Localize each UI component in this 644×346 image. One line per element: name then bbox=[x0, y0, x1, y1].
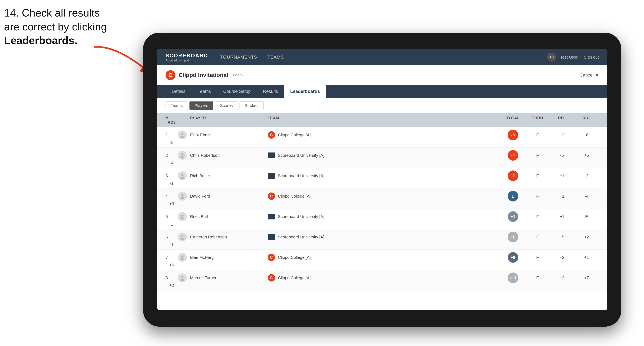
leaderboard-table: 1 Elliot Ebert C Clippd College [A] -8 F… bbox=[157, 127, 607, 310]
player-rd1: +1 bbox=[550, 194, 574, 199]
player-avatar-cell bbox=[178, 212, 190, 221]
col-rd2: RD2 bbox=[574, 116, 599, 120]
svg-point-9 bbox=[181, 214, 184, 217]
player-rd3: -1 bbox=[166, 242, 178, 247]
tournament-icon: C bbox=[166, 70, 175, 80]
player-total: +6 bbox=[501, 232, 525, 242]
team-icon bbox=[268, 173, 275, 178]
team-icon: C bbox=[268, 192, 275, 200]
player-avatar bbox=[178, 192, 187, 201]
player-rd2: -4 bbox=[574, 194, 599, 199]
player-name: Elliot Ebert bbox=[190, 133, 268, 137]
nav-tournaments[interactable]: TOURNAMENTS bbox=[220, 53, 257, 61]
col-rd1: RD1 bbox=[550, 116, 574, 120]
player-thru: F bbox=[525, 173, 550, 178]
team-icon: C bbox=[268, 274, 275, 282]
col-thru: THRU bbox=[525, 116, 550, 120]
svg-point-5 bbox=[181, 174, 184, 176]
player-thru: F bbox=[525, 153, 550, 158]
score-badge: E bbox=[508, 191, 518, 201]
team-icon bbox=[268, 153, 275, 158]
filter-strokes[interactable]: Strokes bbox=[240, 101, 264, 110]
player-name: Blair McHarg bbox=[190, 255, 268, 260]
instruction-text: 14. Check all results are correct by cli… bbox=[4, 6, 107, 48]
svg-point-8 bbox=[180, 197, 184, 199]
player-rd1: +1 bbox=[550, 173, 574, 178]
tab-details[interactable]: Details bbox=[166, 85, 192, 98]
player-avatar bbox=[178, 212, 187, 221]
tab-teams[interactable]: Teams bbox=[192, 85, 217, 98]
player-name: Rees Britt bbox=[190, 214, 268, 219]
filter-scores[interactable]: Scores bbox=[215, 101, 238, 110]
player-rd2: +1 bbox=[574, 255, 599, 260]
cancel-button[interactable]: Cancel ✕ bbox=[580, 72, 599, 78]
nav-teams[interactable]: TEAMS bbox=[267, 53, 284, 61]
player-rd2: +2 bbox=[574, 235, 599, 239]
filter-players[interactable]: Players bbox=[190, 101, 213, 110]
svg-point-3 bbox=[181, 153, 184, 156]
player-total: -4 bbox=[501, 150, 525, 161]
svg-point-11 bbox=[181, 235, 184, 237]
player-rank: 5 bbox=[166, 214, 178, 219]
logo-text: SCOREBOARD bbox=[166, 52, 208, 59]
table-header: # PLAYER TEAM TOTAL THRU RD1 RD2 RD3 bbox=[157, 113, 607, 127]
score-badge: +9 bbox=[508, 252, 518, 263]
tablet-screen: SCOREBOARD Powered by clippd TOURNAMENTS… bbox=[157, 49, 607, 310]
table-row: 5 Rees Britt Scoreboard University [A] +… bbox=[157, 209, 607, 229]
player-avatar-cell bbox=[178, 232, 190, 241]
score-badge: +6 bbox=[508, 232, 518, 242]
sign-out-link[interactable]: Sign out bbox=[584, 55, 599, 60]
filter-bar: Teams Players Scores Strokes bbox=[157, 98, 607, 113]
player-rd1: +2 bbox=[550, 255, 574, 260]
player-rd2: -6 bbox=[574, 133, 599, 137]
player-thru: F bbox=[525, 194, 550, 199]
player-team: Scoreboard University [A] bbox=[268, 234, 360, 240]
col-rank: # bbox=[166, 116, 178, 120]
team-icon bbox=[268, 214, 275, 219]
player-rank: 1 bbox=[166, 133, 178, 137]
svg-point-7 bbox=[181, 194, 184, 196]
table-row: 8 Marcus Turners C Clippd College [A] +1… bbox=[157, 270, 607, 291]
svg-point-15 bbox=[181, 276, 184, 278]
player-avatar-cell bbox=[178, 192, 190, 201]
svg-point-6 bbox=[180, 176, 184, 178]
player-avatar-cell bbox=[178, 273, 190, 282]
svg-point-16 bbox=[180, 279, 184, 281]
player-team: C Clippd College [A] bbox=[268, 274, 360, 282]
player-name: David Ford bbox=[190, 194, 268, 199]
user-name: Test User | bbox=[560, 55, 580, 60]
tournament-badge: (Men) bbox=[233, 73, 243, 77]
logo-sub: Powered by clippd bbox=[166, 59, 208, 62]
player-rank: 3 bbox=[166, 173, 178, 178]
svg-point-10 bbox=[180, 217, 184, 219]
player-rd3: E bbox=[166, 222, 178, 227]
player-name: Marcus Turners bbox=[190, 276, 268, 280]
player-avatar-cell bbox=[178, 131, 190, 139]
svg-point-14 bbox=[180, 258, 184, 260]
player-thru: F bbox=[525, 235, 550, 239]
player-rd3: +6 bbox=[166, 263, 178, 267]
player-avatar bbox=[178, 151, 187, 160]
tab-results[interactable]: Results bbox=[257, 85, 284, 98]
table-row: 7 Blair McHarg C Clippd College [A] +9 F… bbox=[157, 250, 607, 270]
player-avatar bbox=[178, 131, 187, 139]
player-total: E bbox=[501, 191, 525, 201]
filter-teams[interactable]: Teams bbox=[166, 101, 188, 110]
player-total: -2 bbox=[501, 171, 525, 181]
svg-point-4 bbox=[180, 156, 184, 158]
svg-point-12 bbox=[180, 238, 184, 240]
score-badge: -4 bbox=[508, 150, 518, 161]
player-rank: 2 bbox=[166, 153, 178, 158]
svg-point-2 bbox=[180, 136, 184, 138]
player-name: Chris Robertson bbox=[190, 153, 268, 158]
tournament-name: Clippd Invitational bbox=[179, 72, 228, 78]
team-icon: C bbox=[268, 131, 275, 139]
player-avatar-cell bbox=[178, 253, 190, 262]
table-row: 4 David Ford C Clippd College [A] E F +1… bbox=[157, 188, 607, 209]
table-row: 6 Cameron Robertson Scoreboard Universit… bbox=[157, 229, 607, 250]
player-team: C Clippd College [A] bbox=[268, 192, 360, 200]
score-badge: -8 bbox=[508, 130, 518, 140]
tab-leaderboards[interactable]: Leaderboards bbox=[284, 85, 326, 98]
tab-course-setup[interactable]: Course Setup bbox=[217, 85, 257, 98]
player-rd1: -5 bbox=[550, 153, 574, 158]
